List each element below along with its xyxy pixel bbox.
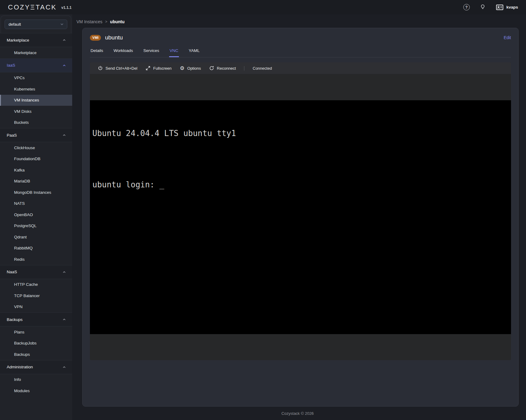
chevron-up-icon [62,38,66,42]
page-title: ubuntu [105,34,123,41]
chevron-up-icon [62,64,66,67]
breadcrumb-vm-instances[interactable]: VM Instances [76,19,102,24]
tab-services[interactable]: Services [143,46,160,57]
terminal-line: Ubuntu 24.04.4 LTS ubuntu tty1 [92,129,511,138]
vnc-stage: Ubuntu 24.04.4 LTS ubuntu tty1 ubuntu lo… [90,74,511,360]
sidebar-item-tcp-balancer[interactable]: TCP Balancer [0,290,72,301]
tab-bar: Details Workloads Services VNC YAML [90,46,511,57]
gear-icon: ⚙ [180,66,184,71]
tab-details[interactable]: Details [90,46,104,57]
sidebar-section-naas[interactable]: NaaS [0,265,72,279]
project-select[interactable]: default [5,20,67,29]
tab-workloads[interactable]: Workloads [113,46,134,57]
chevron-up-icon [62,318,66,321]
topbar: COZYΞTACK v1.1.1 ? kvaps [0,0,526,14]
topbar-actions: ? kvaps [463,4,518,11]
lightbulb-icon [480,4,486,10]
help-button[interactable]: ? [463,4,470,10]
sidebar-item-kafka[interactable]: Kafka [0,164,72,176]
terminal-output: Ubuntu 24.04.4 LTS ubuntu tty1 ubuntu lo… [90,100,511,206]
id-card-icon [496,4,504,11]
sidebar-section-iaas[interactable]: IaaS [0,58,72,72]
user-menu[interactable]: kvaps [496,4,518,11]
sidebar-item-rabbitmq[interactable]: RabbitMQ [0,243,72,254]
app-logo: COZYΞTACK [8,3,57,11]
breadcrumb-current: ubuntu [110,19,124,24]
sidebar-item-redis[interactable]: Redis [0,254,72,265]
vmi-kind-badge: VMI [90,35,101,41]
sidebar-section-marketplace[interactable]: Marketplace [0,33,72,47]
sidebar-section-administration[interactable]: Administration [0,360,72,374]
sidebar-item-postgresql[interactable]: PostgreSQL [0,220,72,232]
sidebar-item-foundationdb[interactable]: FoundationDB [0,153,72,165]
sidebar-item-vm-instances[interactable]: VM Instances [0,95,72,106]
sidebar-section-paas[interactable]: PaaS [0,128,72,142]
vnc-panel: Send Ctrl+Alt+Del Fullscreen ⚙ Options [90,62,511,360]
theme-toggle-button[interactable] [480,4,486,10]
sidebar-item-openbao[interactable]: OpenBAO [0,209,72,220]
chevron-down-icon [60,22,64,26]
power-icon [98,66,103,71]
page-footer: Cozystack © 2026 [76,407,519,420]
breadcrumb: VM Instances > ubuntu [76,19,519,24]
edit-button[interactable]: Edit [504,35,511,40]
app-version: v1.1.1 [61,6,71,10]
tab-yaml[interactable]: YAML [188,46,200,57]
sidebar-section-backups[interactable]: Backups [0,312,72,326]
sidebar-item-plans[interactable]: Plans [0,326,72,338]
project-select-panel: default [1,16,71,33]
vnc-console-screen[interactable]: Ubuntu 24.04.4 LTS ubuntu tty1 ubuntu lo… [90,100,511,334]
connection-status: Connected [253,66,272,71]
sidebar-item-http-cache[interactable]: HTTP Cache [0,279,72,290]
terminal-prompt-line: ubuntu login: _ [92,180,511,189]
help-icon: ? [463,4,470,10]
reload-icon [209,66,214,71]
username: kvaps [506,5,518,9]
sidebar: default Marketplace Marketplace IaaS VPC… [0,14,72,420]
chevron-up-icon [62,270,66,274]
sidebar-item-modules[interactable]: Modules [0,385,72,396]
login-prompt: ubuntu login: [92,180,159,189]
sidebar-item-vm-disks[interactable]: VM Disks [0,106,72,117]
sidebar-item-clickhouse[interactable]: ClickHouse [0,142,72,153]
sidebar-item-mariadb[interactable]: MariaDB [0,176,72,187]
terminal-blank-line [92,155,511,163]
main-content: VM Instances > ubuntu VMI ubuntu Edit De… [72,14,526,420]
terminal-cursor: _ [159,180,164,189]
tab-vnc[interactable]: VNC [169,46,179,57]
sidebar-item-info[interactable]: Info [0,374,72,385]
sidebar-item-vpcs[interactable]: VPCs [0,72,72,84]
sidebar-item-mongodb-instances[interactable]: MongoDB Instances [0,187,72,198]
chevron-up-icon [62,365,66,369]
sidebar-item-kubernetes[interactable]: Kubernetes [0,83,72,95]
sidebar-item-qdrant[interactable]: Qdrant [0,231,72,243]
toolbar-divider [244,66,244,71]
send-ctrl-alt-del-button[interactable]: Send Ctrl+Alt+Del [98,66,137,71]
reconnect-button[interactable]: Reconnect [209,66,236,71]
sidebar-item-marketplace[interactable]: Marketplace [0,47,72,58]
sidebar-item-vpn[interactable]: VPN [0,301,72,313]
sidebar-item-nats[interactable]: NATS [0,198,72,209]
card-header: VMI ubuntu Edit [90,28,511,41]
fullscreen-button[interactable]: Fullscreen [146,66,172,71]
breadcrumb-separator: > [105,20,107,24]
fullscreen-icon [146,66,150,71]
footer-copyright: Cozystack © 2026 [281,411,314,416]
sidebar-item-buckets[interactable]: Buckets [0,117,72,128]
options-button[interactable]: ⚙ Options [180,66,201,71]
chevron-up-icon [62,133,66,137]
sidebar-item-backupjobs[interactable]: BackupJobs [0,338,72,349]
vnc-toolbar: Send Ctrl+Alt+Del Fullscreen ⚙ Options [90,62,511,74]
project-select-value: default [9,22,60,27]
vm-detail-card: VMI ubuntu Edit Details Workloads Servic… [82,28,519,407]
sidebar-item-backups[interactable]: Backups [0,349,72,360]
